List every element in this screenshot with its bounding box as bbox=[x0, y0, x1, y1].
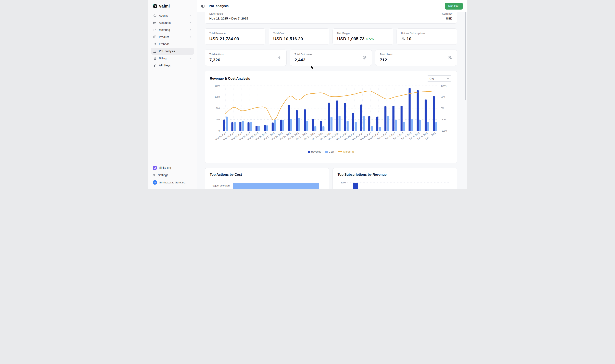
sidebar-item-embeds[interactable]: Embeds bbox=[151, 41, 194, 48]
stat-card-total-users: Total Users712 bbox=[375, 50, 457, 66]
currency-value[interactable]: USD bbox=[442, 17, 452, 20]
user-name: Srinivasarao Sunkara bbox=[159, 181, 185, 184]
revenue-cost-chart-svg: 045090013501800-100%-50%0%50%100%Nov 11,… bbox=[210, 84, 452, 148]
app-root: valmi AgentsAccountsMeteringProductEmbed… bbox=[148, 0, 467, 189]
chevron-down-icon bbox=[446, 77, 449, 80]
top-subscriptions-chart-svg: 6000 bbox=[338, 180, 452, 189]
bolt-icon bbox=[277, 55, 281, 60]
svg-text:6000: 6000 bbox=[341, 182, 346, 184]
brand-logo: valmi bbox=[151, 3, 194, 12]
date-range-value[interactable]: Nov 11, 2025 – Dec 7, 2025 bbox=[209, 17, 248, 20]
stat-label: Unique Subscriptions bbox=[401, 32, 453, 35]
legend-label: Margin % bbox=[343, 150, 354, 153]
stat-card-net-margin: Net MarginUSD 1,035.734.77% bbox=[333, 28, 393, 45]
stat-value-text: USD 10,516.20 bbox=[273, 36, 303, 41]
sidebar-item-accounts[interactable]: Accounts bbox=[151, 19, 194, 26]
sidebar-item-label: Embeds bbox=[159, 42, 169, 46]
sidebar-nav: AgentsAccountsMeteringProductEmbedsPnL a… bbox=[151, 12, 194, 69]
stat-card-total-actions: Total Actions7,326 bbox=[205, 50, 287, 66]
sidebar-item-metering[interactable]: Metering bbox=[151, 26, 194, 33]
currency-label: Currency bbox=[442, 13, 452, 15]
gauge-icon bbox=[153, 28, 157, 32]
content-scroll-area: Date Range Nov 11, 2025 – Dec 7, 2025 Cu… bbox=[197, 12, 467, 189]
panel-collapse-icon bbox=[201, 4, 205, 8]
stat-value: 712 bbox=[380, 57, 452, 62]
top-subscriptions-chart: 6000 bbox=[338, 180, 452, 189]
svg-text:1350: 1350 bbox=[215, 96, 220, 98]
sidebar-collapse-button[interactable] bbox=[200, 3, 206, 9]
stat-card-total-revenue: Total RevenueUSD 21,734.03 bbox=[205, 28, 266, 45]
chevron-down-icon bbox=[173, 166, 176, 169]
user-profile[interactable]: S Srinivasarao Sunkara bbox=[151, 179, 194, 186]
sidebar-item-label: Billing bbox=[159, 57, 166, 60]
legend-item-margin[interactable]: Margin % bbox=[338, 150, 354, 153]
legend-item-cost[interactable]: Cost bbox=[325, 150, 334, 153]
svg-text:900: 900 bbox=[216, 107, 220, 109]
stat-label: Total Outcomes bbox=[294, 53, 367, 56]
svg-text:100%: 100% bbox=[441, 84, 446, 87]
top-actions-chart: object detection bbox=[210, 182, 324, 189]
sidebar-item-label: PnL analysis bbox=[159, 50, 175, 53]
sidebar: valmi AgentsAccountsMeteringProductEmbed… bbox=[148, 0, 197, 189]
legend-item-revenue[interactable]: Revenue bbox=[308, 150, 321, 153]
sidebar-item-label: Metering bbox=[159, 28, 170, 31]
sidebar-item-agents[interactable]: Agents bbox=[151, 12, 194, 19]
bottom-cards-row: Top Actions by Cost object detection Top… bbox=[205, 168, 457, 189]
sidebar-item-pnl-analysis[interactable]: PnL analysis bbox=[151, 48, 194, 55]
stat-value: 2,442 bbox=[294, 57, 367, 62]
stat-label: Total Users bbox=[380, 53, 452, 56]
chevron-right-icon bbox=[189, 36, 192, 39]
top-actions-title: Top Actions by Cost bbox=[210, 173, 324, 177]
page-title: PnL analysis bbox=[209, 4, 229, 8]
users-icon bbox=[401, 37, 405, 41]
scrollbar-thumb[interactable] bbox=[465, 10, 466, 100]
chevron-right-icon bbox=[189, 21, 192, 24]
hbar-track bbox=[233, 182, 324, 189]
sidebar-item-product[interactable]: Product bbox=[151, 34, 194, 40]
chart-legend: RevenueCostMargin % bbox=[210, 150, 452, 153]
filters-card: Date Range Nov 11, 2025 – Dec 7, 2025 Cu… bbox=[205, 12, 457, 24]
stat-value: USD 21,734.03 bbox=[209, 36, 261, 41]
robot-icon bbox=[153, 14, 157, 17]
chevron-right-icon bbox=[189, 14, 192, 17]
chevron-right-icon bbox=[189, 28, 192, 31]
stat-value: 7,326 bbox=[209, 57, 282, 62]
granularity-select[interactable]: Day bbox=[427, 75, 452, 82]
sidebar-item-billing[interactable]: Billing bbox=[151, 55, 194, 62]
credit-card-icon bbox=[153, 21, 157, 25]
svg-text:-100%: -100% bbox=[441, 130, 447, 132]
sidebar-item-label: Product bbox=[159, 35, 169, 39]
revenue-cost-chart: 045090013501800-100%-50%0%50%100%Nov 11,… bbox=[210, 84, 452, 148]
sidebar-item-label: Accounts bbox=[159, 21, 171, 24]
grid-icon bbox=[153, 35, 157, 39]
sidebar-item-api-keys[interactable]: API Keys bbox=[151, 62, 194, 69]
stat-label: Total Revenue bbox=[209, 32, 261, 35]
hbar-label: object detection bbox=[210, 184, 230, 187]
svg-text:450: 450 bbox=[216, 118, 220, 121]
valmi-logo-icon bbox=[153, 4, 158, 9]
sidebar-item-label: API Keys bbox=[159, 64, 171, 67]
chevron-right-icon bbox=[189, 57, 192, 60]
legend-swatch bbox=[325, 151, 328, 153]
revenue-cost-card: Revenue & Cost Analysis Day 045090013501… bbox=[205, 71, 457, 163]
receipt-icon bbox=[153, 56, 157, 60]
stat-percent-badge: 4.77% bbox=[366, 37, 374, 40]
users-icon bbox=[448, 55, 452, 60]
sidebar-item-settings[interactable]: Settings bbox=[151, 172, 194, 179]
run-pnl-button[interactable]: Run PnL bbox=[445, 3, 463, 10]
code-icon bbox=[153, 42, 157, 46]
currency-filter: Currency USD bbox=[442, 13, 452, 20]
topbar: PnL analysis Run PnL bbox=[197, 0, 467, 12]
stat-value: 10 bbox=[401, 36, 453, 41]
chart-header: Revenue & Cost Analysis Day bbox=[210, 75, 452, 82]
top-subscriptions-title: Top Subscriptions by Revenue bbox=[338, 173, 452, 177]
org-switcher[interactable]: blinky-org bbox=[151, 164, 194, 171]
stats-row-1: Total RevenueUSD 21,734.03Total CostUSD … bbox=[205, 28, 457, 45]
stats-row-2: Total Actions7,326Total Outcomes2,442Tot… bbox=[205, 50, 457, 66]
top-actions-card: Top Actions by Cost object detection bbox=[205, 168, 329, 189]
brand-name: valmi bbox=[159, 4, 170, 9]
stat-value-text: 7,326 bbox=[209, 57, 220, 62]
stat-value: USD 1,035.734.77% bbox=[337, 36, 388, 41]
top-subscriptions-card: Top Subscriptions by Revenue 6000 bbox=[333, 168, 457, 189]
stat-value-text: 2,442 bbox=[294, 57, 306, 62]
